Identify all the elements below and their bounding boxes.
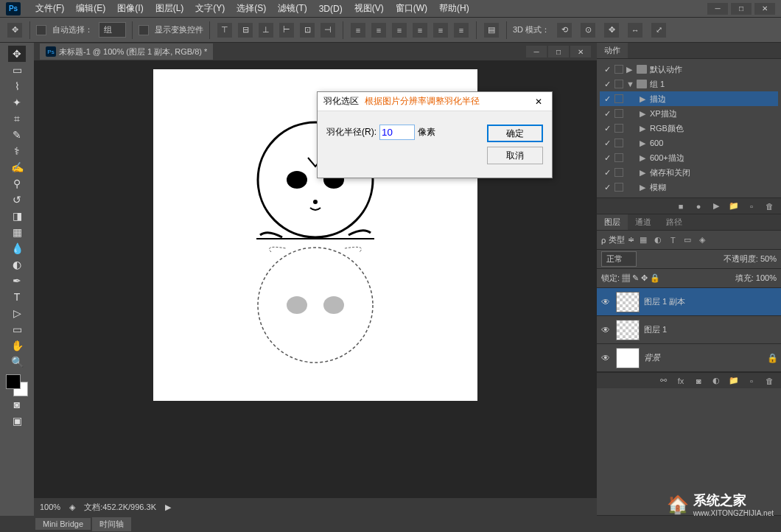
foreground-color[interactable] (6, 374, 21, 389)
new-action-icon[interactable]: ▫ (746, 200, 757, 212)
stop-icon[interactable]: ■ (675, 200, 687, 212)
auto-align-icon[interactable]: ▤ (484, 23, 499, 38)
magic-wand-tool[interactable]: ✦ (8, 94, 26, 111)
minimize-button[interactable]: ─ (707, 3, 728, 15)
menu-layer[interactable]: 图层(L) (150, 2, 190, 15)
dialog-close-button[interactable]: ✕ (531, 97, 546, 107)
visibility-icon[interactable]: 👁 (600, 353, 612, 363)
record-icon[interactable]: ● (693, 200, 704, 212)
pen-tool[interactable]: ✒ (8, 273, 26, 289)
3d-roll-icon[interactable]: ⊙ (581, 23, 595, 38)
radius-input[interactable] (379, 125, 415, 140)
layer-thumbnail[interactable] (616, 292, 640, 312)
history-brush-tool[interactable]: ↺ (8, 192, 26, 208)
distribute-icon[interactable]: ≡ (413, 23, 427, 38)
group-icon[interactable]: 📁 (728, 375, 740, 387)
menu-help[interactable]: 帮助(H) (433, 2, 475, 15)
doc-close-button[interactable]: ✕ (570, 46, 591, 57)
lasso-tool[interactable]: ⌇ (8, 78, 26, 94)
filter-adjust-icon[interactable]: ◐ (652, 234, 664, 246)
menu-type[interactable]: 文字(Y) (189, 2, 231, 15)
channels-tab[interactable]: 通道 (628, 214, 659, 230)
type-tool[interactable]: T (8, 289, 26, 305)
filter-shape-icon[interactable]: ▭ (682, 234, 693, 246)
ok-button[interactable]: 确定 (487, 125, 543, 142)
link-icon[interactable]: ⚯ (657, 375, 669, 387)
adjustment-icon[interactable]: ◐ (710, 375, 722, 387)
3d-slide-icon[interactable]: ↔ (628, 23, 642, 38)
stamp-tool[interactable]: ⚲ (8, 175, 26, 192)
layer-name[interactable]: 图层 1 副本 (644, 296, 685, 307)
distribute-icon[interactable]: ≡ (371, 23, 386, 38)
trash-icon[interactable]: 🗑 (763, 200, 775, 212)
menu-filter[interactable]: 滤镜(T) (272, 2, 312, 15)
screen-mode-tool[interactable]: ▣ (8, 413, 26, 429)
doc-maximize-button[interactable]: □ (548, 46, 569, 57)
align-left-icon[interactable]: ⊢ (279, 23, 294, 38)
blend-mode-dropdown[interactable]: 正常 (601, 251, 637, 267)
align-hcenter-icon[interactable]: ⊡ (300, 23, 315, 38)
new-folder-icon[interactable]: 📁 (728, 200, 740, 212)
healing-tool[interactable]: ⚕ (8, 143, 26, 159)
menu-view[interactable]: 视图(V) (349, 2, 390, 15)
align-vcenter-icon[interactable]: ⊟ (238, 23, 253, 38)
color-swatches[interactable] (6, 374, 28, 396)
menu-image[interactable]: 图像(I) (111, 2, 149, 15)
paths-tab[interactable]: 路径 (659, 214, 690, 230)
visibility-icon[interactable]: 👁 (600, 297, 612, 307)
3d-orbit-icon[interactable]: ⟲ (557, 23, 572, 38)
layer-item[interactable]: 👁 图层 1 (597, 316, 781, 344)
timeline-tab[interactable]: 时间轴 (92, 517, 131, 531)
actions-tab[interactable]: 动作 (597, 43, 628, 58)
menu-select[interactable]: 选择(S) (231, 2, 272, 15)
menu-edit[interactable]: 编辑(E) (70, 2, 111, 15)
action-item[interactable]: ✓▶储存和关闭 (600, 165, 778, 180)
gradient-tool[interactable]: ▦ (8, 224, 26, 240)
eyedropper-tool[interactable]: ✎ (8, 127, 26, 143)
hand-tool[interactable]: ✋ (8, 337, 26, 354)
shape-tool[interactable]: ▭ (8, 321, 26, 337)
action-item[interactable]: ✓▼组 1 (600, 77, 778, 91)
move-tool[interactable]: ✥ (8, 46, 26, 62)
3d-scale-icon[interactable]: ⤢ (651, 23, 666, 38)
action-item[interactable]: ✓▶600+描边 (600, 150, 778, 165)
auto-select-checkbox[interactable] (36, 25, 46, 35)
trash-icon[interactable]: 🗑 (763, 375, 775, 387)
quick-mask-tool[interactable]: ◙ (8, 396, 26, 413)
doc-minimize-button[interactable]: ─ (526, 46, 547, 57)
layer-thumbnail[interactable] (616, 348, 640, 368)
zoom-tool[interactable]: 🔍 (8, 354, 26, 370)
doc-info-arrow-icon[interactable]: ▶ (165, 503, 171, 512)
action-item[interactable]: ✓▶600 (600, 136, 778, 150)
distribute-icon[interactable]: ≡ (454, 23, 469, 38)
distribute-icon[interactable]: ≡ (433, 23, 448, 38)
align-bottom-icon[interactable]: ⊥ (259, 23, 273, 38)
fx-icon[interactable]: fx (675, 375, 687, 387)
3d-pan-icon[interactable]: ✥ (604, 23, 619, 38)
marquee-tool[interactable]: ▭ (8, 62, 26, 78)
close-button[interactable]: ✕ (754, 3, 775, 15)
path-selection-tool[interactable]: ▷ (8, 305, 26, 321)
filter-type-icon[interactable]: T (667, 234, 679, 246)
crop-tool[interactable]: ⌗ (8, 111, 26, 127)
mini-bridge-tab[interactable]: Mini Bridge (35, 518, 91, 530)
new-layer-icon[interactable]: ▫ (746, 375, 757, 387)
filter-pixel-icon[interactable]: ▦ (637, 234, 649, 246)
eraser-tool[interactable]: ◨ (8, 208, 26, 224)
zoom-level[interactable]: 100% (40, 503, 60, 511)
action-item[interactable]: ✓▶描边 (600, 91, 778, 106)
align-right-icon[interactable]: ⊣ (321, 23, 335, 38)
layer-item[interactable]: 👁 图层 1 副本 (597, 288, 781, 316)
action-item[interactable]: ✓▶默认动作 (600, 62, 778, 77)
show-transform-checkbox[interactable] (139, 25, 149, 35)
layer-item[interactable]: 👁 背景 🔒 (597, 344, 781, 372)
blur-tool[interactable]: 💧 (8, 240, 26, 256)
visibility-icon[interactable]: 👁 (600, 325, 612, 335)
maximize-button[interactable]: □ (731, 3, 752, 15)
menu-window[interactable]: 窗口(W) (390, 2, 433, 15)
layer-name[interactable]: 图层 1 (644, 324, 667, 335)
auto-select-dropdown[interactable]: 组 (99, 22, 126, 38)
distribute-icon[interactable]: ≡ (351, 23, 365, 38)
layer-name[interactable]: 背景 (644, 352, 660, 363)
action-item[interactable]: ✓▶RGB颜色 (600, 121, 778, 136)
